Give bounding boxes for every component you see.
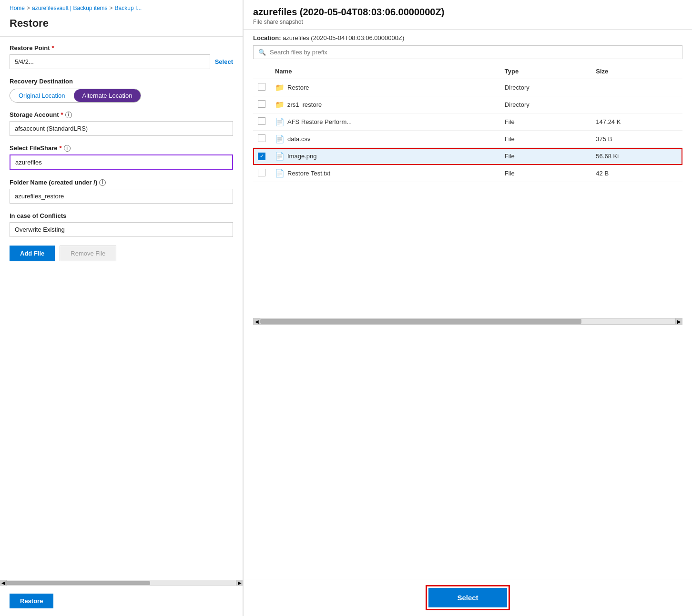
breadcrumb-sep1: > xyxy=(27,5,30,11)
file-checkbox[interactable] xyxy=(258,100,265,108)
right-scroll-right[interactable]: ▶ xyxy=(675,318,682,324)
file-checkbox[interactable] xyxy=(258,153,265,160)
file-name-cell: 📄Image.png xyxy=(270,148,500,165)
storage-account-input[interactable] xyxy=(10,121,233,136)
restore-point-label: Restore Point * xyxy=(10,44,233,51)
folder-name-row: Folder Name (created under /) i xyxy=(10,179,233,204)
right-scroll-thumb[interactable] xyxy=(260,319,581,324)
table-row[interactable]: 📁RestoreDirectory xyxy=(253,79,682,96)
restore-point-select-link[interactable]: Select xyxy=(215,58,233,65)
breadcrumb-item[interactable]: Backup I... xyxy=(115,5,142,11)
fileshare-info-icon[interactable]: i xyxy=(64,145,71,152)
right-spacer xyxy=(244,327,692,579)
file-size xyxy=(591,96,682,113)
file-name-cell: 📄Restore Test.txt xyxy=(270,165,500,182)
restore-footer: Restore xyxy=(0,585,243,616)
right-scroll-left[interactable]: ◀ xyxy=(254,318,260,324)
file-icon: 📄 xyxy=(275,117,285,126)
col-size-header: Size xyxy=(591,64,682,79)
add-file-button[interactable]: Add File xyxy=(10,246,55,261)
select-fileshare-row: Select FileShare * i xyxy=(10,144,233,170)
file-size: 147.24 K xyxy=(591,113,682,131)
alternate-location-btn[interactable]: Alternate Location xyxy=(74,89,141,102)
file-checkbox[interactable] xyxy=(258,169,265,176)
original-location-btn[interactable]: Original Location xyxy=(10,89,74,102)
right-title: azurefiles (2020-05-04T08:03:06.0000000Z… xyxy=(253,7,682,18)
select-fileshare-input[interactable] xyxy=(10,154,233,170)
restore-point-row: Restore Point * 5/4/2... Select xyxy=(10,44,233,69)
right-header: azurefiles (2020-05-04T08:03:06.0000000Z… xyxy=(244,0,692,30)
select-button[interactable]: Select xyxy=(428,588,507,607)
file-name: AFS Restore Perform... xyxy=(287,118,352,125)
right-location: Location: azurefiles (2020-05-04T08:03:0… xyxy=(253,34,682,41)
folder-name-info-icon[interactable]: i xyxy=(99,179,106,186)
file-name: Image.png xyxy=(287,153,316,160)
file-name: Restore xyxy=(287,84,309,91)
breadcrumb-home[interactable]: Home xyxy=(10,5,25,11)
restore-point-required: * xyxy=(52,44,54,51)
file-icon: 📄 xyxy=(275,169,285,178)
table-row[interactable]: 📄Restore Test.txtFile42 B xyxy=(253,165,682,182)
file-icon: 📄 xyxy=(275,152,285,161)
table-row[interactable]: 📄AFS Restore Perform...File147.24 K xyxy=(253,113,682,131)
file-type: File xyxy=(500,131,591,148)
file-name: zrs1_restore xyxy=(287,101,322,108)
file-checkbox[interactable] xyxy=(258,134,265,142)
file-name-cell: 📄data.csv xyxy=(270,131,500,148)
file-name-cell: 📁Restore xyxy=(270,79,500,96)
file-action-buttons: Add File Remove File xyxy=(10,246,233,261)
breadcrumb-vault[interactable]: azurefilesvault | Backup items xyxy=(32,5,108,11)
file-table: Name Type Size 📁RestoreDirectory📁zrs1_re… xyxy=(253,64,682,182)
remove-file-button[interactable]: Remove File xyxy=(60,246,116,261)
file-name-cell: 📁zrs1_restore xyxy=(270,96,500,113)
file-type: Directory xyxy=(500,96,591,113)
right-subtitle: File share snapshot xyxy=(253,19,682,25)
conflicts-input[interactable] xyxy=(10,222,233,237)
file-table-scroll[interactable]: Name Type Size 📁RestoreDirectory📁zrs1_re… xyxy=(253,64,682,316)
recovery-destination-label: Recovery Destination xyxy=(10,78,233,85)
folder-icon: 📁 xyxy=(275,83,285,92)
file-size: 42 B xyxy=(591,165,682,182)
search-bar: 🔍 xyxy=(253,45,682,59)
scroll-right-arrow[interactable]: ▶ xyxy=(236,580,243,585)
col-type-header: Type xyxy=(500,64,591,79)
file-name: Restore Test.txt xyxy=(287,170,330,177)
table-row[interactable]: 📁zrs1_restoreDirectory xyxy=(253,96,682,113)
scroll-thumb[interactable] xyxy=(5,581,150,585)
select-fileshare-label: Select FileShare * i xyxy=(10,144,233,152)
file-size: 56.68 Ki xyxy=(591,148,682,165)
file-checkbox[interactable] xyxy=(258,117,265,125)
recovery-destination-row: Recovery Destination Original Location A… xyxy=(10,78,233,103)
restore-point-input-row: 5/4/2... Select xyxy=(10,54,233,69)
right-horizontal-scrollbar[interactable]: ◀ ▶ xyxy=(253,318,682,325)
search-input[interactable] xyxy=(270,49,677,56)
search-icon: 🔍 xyxy=(258,49,266,56)
breadcrumb-sep2: > xyxy=(110,5,113,11)
folder-icon: 📁 xyxy=(275,100,285,109)
folder-name-input[interactable] xyxy=(10,189,233,204)
file-size: 375 B xyxy=(591,131,682,148)
col-name-header: Name xyxy=(270,64,500,79)
file-icon: 📄 xyxy=(275,134,285,144)
table-row[interactable]: 📄Image.pngFile56.68 Ki xyxy=(253,148,682,165)
storage-account-row: Storage Account * i xyxy=(10,111,233,136)
left-horizontal-scrollbar[interactable]: ◀ ▶ xyxy=(0,580,243,585)
file-checkbox[interactable] xyxy=(258,83,265,91)
file-type: File xyxy=(500,165,591,182)
file-name-cell: 📄AFS Restore Perform... xyxy=(270,113,500,131)
restore-button[interactable]: Restore xyxy=(10,594,53,608)
storage-account-required: * xyxy=(61,111,63,118)
file-size xyxy=(591,79,682,96)
right-footer: Select xyxy=(244,579,692,616)
storage-account-info-icon[interactable]: i xyxy=(65,112,72,118)
file-type: File xyxy=(500,148,591,165)
page-title: Restore xyxy=(0,14,243,36)
right-panel: azurefiles (2020-05-04T08:03:06.0000000Z… xyxy=(243,0,692,616)
table-row[interactable]: 📄data.csvFile375 B xyxy=(253,131,682,148)
file-name: data.csv xyxy=(287,135,310,143)
location-value: azurefiles (2020-05-04T08:03:06.0000000Z… xyxy=(283,34,404,41)
restore-point-value: 5/4/2... xyxy=(10,54,210,69)
folder-name-label: Folder Name (created under /) i xyxy=(10,179,233,186)
recovery-destination-toggle: Original Location Alternate Location xyxy=(10,89,141,103)
conflicts-label: In case of Conflicts xyxy=(10,212,233,219)
